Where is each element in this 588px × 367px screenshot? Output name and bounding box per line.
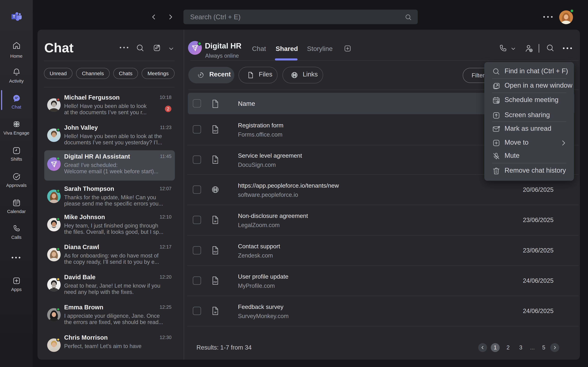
svg-text:PDF: PDF <box>214 251 217 253</box>
svg-text:PDF: PDF <box>214 130 217 132</box>
svg-text:T: T <box>13 15 15 19</box>
svg-text:PDF: PDF <box>214 281 217 283</box>
svg-text:W: W <box>214 311 216 314</box>
svg-text:W: W <box>214 160 216 162</box>
svg-text:W: W <box>214 220 216 223</box>
